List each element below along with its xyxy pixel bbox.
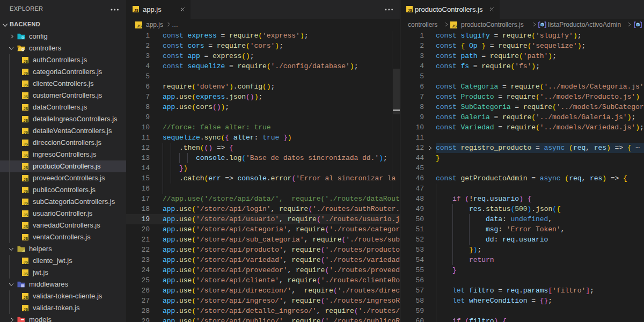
svg-text:JS: JS bbox=[24, 272, 28, 275]
svg-text:JS: JS bbox=[408, 9, 413, 12]
svg-text:JS: JS bbox=[24, 83, 28, 86]
svg-text:JS: JS bbox=[24, 165, 28, 169]
svg-text:JS: JS bbox=[24, 213, 28, 216]
svg-text:JS: JS bbox=[24, 295, 28, 299]
svg-text:JS: JS bbox=[24, 94, 28, 98]
svg-text:JS: JS bbox=[137, 24, 142, 28]
svg-text:JS: JS bbox=[24, 142, 28, 145]
svg-text:JS: JS bbox=[24, 236, 28, 240]
svg-text:JS: JS bbox=[24, 153, 28, 157]
svg-text:JS: JS bbox=[24, 189, 28, 193]
svg-text:JS: JS bbox=[24, 118, 28, 122]
svg-text:JS: JS bbox=[134, 9, 139, 12]
svg-text:JS: JS bbox=[24, 59, 28, 63]
svg-text:JS: JS bbox=[24, 260, 28, 264]
svg-text:JS: JS bbox=[24, 106, 28, 110]
svg-text:JS: JS bbox=[24, 307, 28, 311]
svg-text:JS: JS bbox=[24, 177, 28, 181]
svg-text:JS: JS bbox=[24, 224, 28, 228]
svg-text:JS: JS bbox=[24, 130, 28, 134]
svg-text:JS: JS bbox=[24, 71, 28, 75]
svg-text:JS: JS bbox=[24, 201, 28, 204]
svg-text:JS: JS bbox=[452, 24, 457, 28]
